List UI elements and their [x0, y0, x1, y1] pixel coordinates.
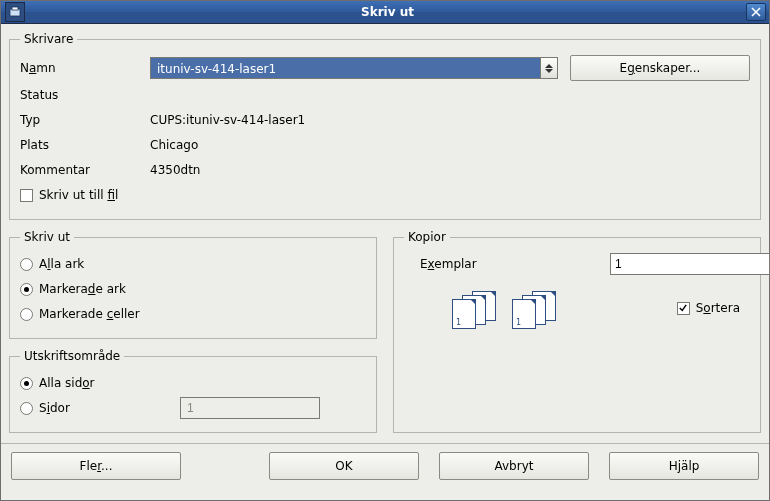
location-label: Plats — [20, 138, 150, 152]
window-title: Skriv ut — [29, 5, 746, 19]
status-label: Status — [20, 88, 150, 102]
radio-pages[interactable]: Sidor — [20, 401, 180, 415]
comment-value: 4350dtn — [150, 163, 200, 177]
properties-button[interactable]: Egenskaper... — [570, 55, 750, 81]
collate-checkbox[interactable]: Sortera — [677, 301, 740, 315]
radio-icon — [20, 308, 33, 321]
separator — [1, 443, 769, 444]
cancel-button[interactable]: Avbryt — [439, 452, 589, 480]
printer-name-combo[interactable]: ituniv-sv-414-laser1 — [150, 57, 558, 79]
type-value: CUPS:ituniv-sv-414-laser1 — [150, 113, 305, 127]
svg-rect-1 — [12, 7, 18, 10]
printer-legend: Skrivare — [20, 32, 77, 46]
help-button[interactable]: Hjälp — [609, 452, 759, 480]
print-to-file-checkbox[interactable]: Skriv ut till fil — [20, 188, 118, 202]
print-what-group: Skriv ut Alla ark Markerade ark — [9, 230, 377, 339]
print-dialog: Skriv ut Skrivare Namn ituniv-sv-414-las… — [0, 0, 770, 501]
radio-icon — [20, 377, 33, 390]
radio-icon — [20, 402, 33, 415]
type-label: Typ — [20, 113, 150, 127]
print-what-legend: Skriv ut — [20, 230, 74, 244]
printer-name-label: Namn — [20, 61, 150, 75]
close-button[interactable] — [746, 3, 766, 21]
copies-group: Kopior Exemplar — [393, 230, 761, 433]
more-button[interactable]: Fler... — [11, 452, 181, 480]
titlebar[interactable]: Skriv ut — [1, 1, 769, 24]
checkbox-icon — [677, 302, 690, 315]
printer-name-value[interactable]: ituniv-sv-414-laser1 — [150, 57, 540, 79]
radio-all-pages[interactable]: Alla sidor — [20, 376, 95, 390]
copies-legend: Kopior — [404, 230, 450, 244]
printer-group: Skrivare Namn ituniv-sv-414-laser1 Egens… — [9, 32, 761, 220]
range-group: Utskriftsområde Alla sidor Sidor — [9, 349, 377, 433]
dialog-body: Skrivare Namn ituniv-sv-414-laser1 Egens… — [1, 24, 769, 500]
copies-count-label: Exemplar — [420, 257, 610, 271]
radio-all-sheets[interactable]: Alla ark — [20, 257, 84, 271]
pages-input[interactable] — [180, 397, 320, 419]
radio-selected-sheets[interactable]: Markerade ark — [20, 282, 126, 296]
range-legend: Utskriftsområde — [20, 349, 124, 363]
location-value: Chicago — [150, 138, 198, 152]
close-icon — [751, 7, 761, 17]
collate-preview-icon: 3 2 1 3 2 1 — [452, 291, 556, 327]
checkbox-icon — [20, 189, 33, 202]
copies-input[interactable] — [610, 253, 769, 275]
combo-spinner-icon[interactable] — [540, 57, 558, 79]
radio-selected-cells[interactable]: Markerade celler — [20, 307, 140, 321]
ok-button[interactable]: OK — [269, 452, 419, 480]
button-bar: Fler... OK Avbryt Hjälp — [9, 452, 761, 482]
app-icon — [5, 2, 25, 22]
comment-label: Kommentar — [20, 163, 150, 177]
radio-icon — [20, 283, 33, 296]
radio-icon — [20, 258, 33, 271]
copies-spinbox[interactable] — [610, 253, 710, 275]
